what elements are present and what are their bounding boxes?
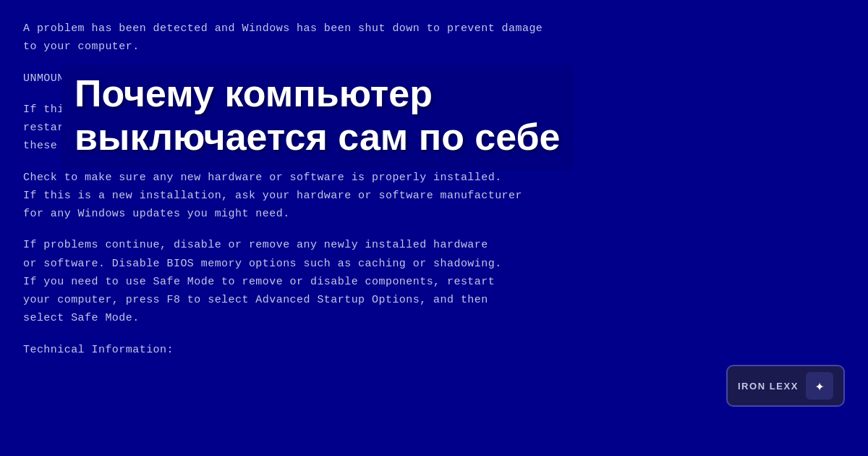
- bsod-line-15: Technical Information:: [23, 342, 845, 358]
- brand-badge: IRON LEXX ✦: [726, 365, 845, 407]
- bsod-line-12: If you need to use Safe Mode to remove o…: [23, 274, 845, 290]
- bsod-line-11: or software. Disable BIOS memory options…: [23, 256, 845, 272]
- bsod-spacer-4: [23, 224, 845, 237]
- bsod-line-7: Check to make sure any new hardware or s…: [23, 169, 845, 186]
- article-title: Почему компьютер выключается сам по себе: [75, 72, 561, 159]
- bsod-line-1: A problem has been detected and Windows …: [23, 20, 845, 37]
- bsod-line-13: your computer, press F8 to select Advanc…: [23, 292, 845, 308]
- bsod-spacer-5: [23, 329, 845, 342]
- overlay-title-block: Почему компьютер выключается сам по себе: [61, 65, 574, 169]
- brand-icon-container: ✦: [806, 372, 833, 400]
- bsod-line-2: to your computer.: [23, 38, 845, 55]
- bsod-line-8: If this is a new installation, ask your …: [23, 187, 845, 204]
- title-line-2: выключается сам по себе: [75, 116, 561, 158]
- title-line-1: Почему компьютер: [75, 72, 433, 114]
- star-icon: ✦: [814, 376, 824, 396]
- bsod-line-14: select Safe Mode.: [23, 310, 845, 326]
- brand-name: IRON LEXX: [738, 381, 799, 392]
- bsod-line-10: If problems continue, disable or remove …: [23, 237, 845, 253]
- bsod-line-9: for any Windows updates you might need.: [23, 206, 845, 222]
- bsod-screen: A problem has been detected and Windows …: [0, 0, 868, 456]
